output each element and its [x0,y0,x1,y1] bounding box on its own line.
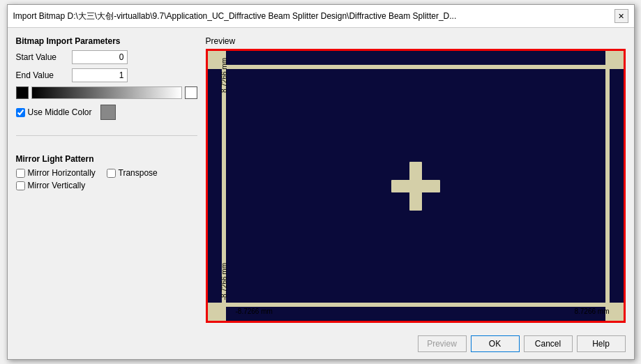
right-panel: Preview [206,36,626,323]
ruler-bottom [208,303,624,307]
mirror-vertically-label: Mirror Vertically [28,181,86,190]
dialog-title: Import Bitmap D:\大三\大创-virtuallab\9.7\Ap… [13,10,614,22]
left-panel: Bitmap Import Parameters Start Value End… [16,36,197,323]
gradient-row [16,86,197,99]
mirror-horizontally-item: Mirror Horizontally [16,168,107,178]
x-right-label: 8.7266 mm [574,308,609,315]
preview-canvas: 8.7266 mm -8.7266 mm -8.7266 mm 8.7266 m… [208,51,624,321]
bitmap-params-title: Bitmap Import Parameters [16,36,197,46]
dialog-footer: Preview OK Cancel Help [8,331,634,359]
ruler-right [605,51,610,321]
y-bottom-label: -8.7266 mm [220,263,228,300]
ruler-top [208,65,624,69]
cancel-button[interactable]: Cancel [524,335,573,352]
use-middle-color-row: Use Middle Color [16,105,197,120]
transpose-item: Transpose [107,168,197,178]
corner-bottom-right [610,307,624,321]
mirror-horizontally-checkbox[interactable] [16,169,25,178]
corner-top-right [610,51,624,65]
end-value-input[interactable] [72,68,128,82]
mirror-section: Mirror Light Pattern Mirror Horizontally… [16,154,197,190]
help-button[interactable]: Help [577,335,626,352]
white-color-swatch [185,86,197,99]
mirror-vertically-item: Mirror Vertically [16,181,107,190]
transpose-checkbox[interactable] [107,169,116,178]
use-middle-color-label: Use Middle Color [28,107,92,117]
title-bar: Import Bitmap D:\大三\大创-virtuallab\9.7\Ap… [8,5,634,28]
mirror-grid: Mirror Horizontally Transpose Mirror Ver… [16,168,197,190]
corner-bottom-left [208,307,222,321]
preview-area: 8.7266 mm -8.7266 mm -8.7266 mm 8.7266 m… [206,49,626,323]
mirror-section-title: Mirror Light Pattern [16,154,197,164]
y-top-label: 8.7266 mm [220,58,228,93]
transpose-label: Transpose [119,168,158,178]
import-bitmap-dialog: Import Bitmap D:\大三\大创-virtuallab\9.7\Ap… [7,4,635,360]
start-value-label: Start Value [16,52,72,62]
divider [16,135,197,136]
x-left-label: -8.7266 mm [236,308,273,315]
end-value-label: End Value [16,70,72,80]
start-value-input[interactable] [72,50,128,64]
dialog-body: Bitmap Import Parameters Start Value End… [8,28,634,331]
mirror-vertically-checkbox[interactable] [16,181,25,190]
black-color-swatch [16,86,29,99]
middle-color-swatch [100,105,116,120]
use-middle-color-checkbox[interactable] [16,108,25,117]
start-value-row: Start Value [16,50,197,64]
preview-label: Preview [206,36,626,46]
corner-top-left [208,51,222,65]
preview-button[interactable]: Preview [418,335,467,352]
mirror-horizontally-label: Mirror Horizontally [28,168,96,178]
end-value-row: End Value [16,68,197,82]
ok-button[interactable]: OK [471,335,520,352]
plus-vertical [409,162,422,211]
close-button[interactable]: ✕ [614,9,628,23]
bitmap-params-section: Bitmap Import Parameters Start Value End… [16,36,197,124]
gradient-bar [31,86,182,99]
